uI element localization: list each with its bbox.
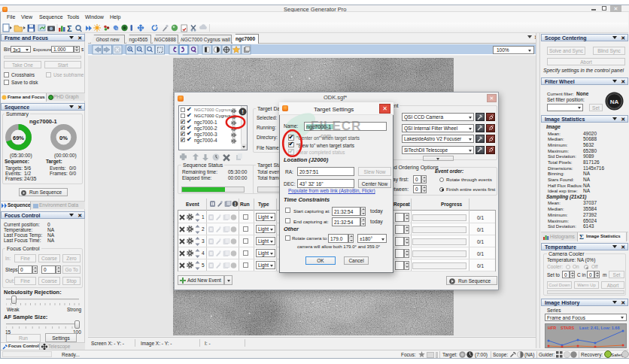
svg-text:0%: 0% bbox=[59, 135, 68, 141]
svg-text:Σ: Σ bbox=[67, 24, 72, 33]
svg-text:!: ! bbox=[234, 202, 235, 207]
svg-text:NA: NA bbox=[610, 99, 619, 105]
svg-text:69%: 69% bbox=[13, 135, 24, 141]
